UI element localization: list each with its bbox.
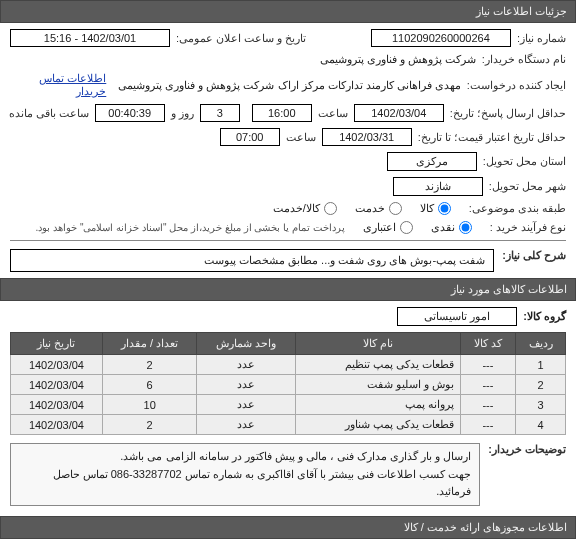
radio-goods-label: کالا	[420, 202, 434, 215]
radio-both[interactable]: کالا/خدمت	[273, 202, 337, 215]
label-valid-deadline: حداقل تاریخ اعتبار قیمت؛ تا تاریخ:	[418, 131, 566, 144]
cell-qty: 6	[102, 375, 197, 395]
section-permits-header: اطلاعات مجوزهای ارائه خدمت / کالا	[0, 516, 576, 539]
cell-date: 1402/03/04	[11, 395, 103, 415]
details-form: شماره نیاز: 1102090260000264 تاریخ و ساع…	[0, 23, 576, 278]
credit-note: پرداخت تمام یا بخشی از مبلغ خرید،از محل …	[36, 222, 345, 233]
cell-qty: 2	[102, 415, 197, 435]
value-buyer-notes: ارسال و بار گذاری مدارک فنی ، مالی و پیش…	[10, 443, 480, 506]
cell-code: ---	[460, 355, 515, 375]
section-items-header: اطلاعات کالاهای مورد نیاز	[0, 278, 576, 301]
radio-credit[interactable]: اعتباری	[363, 221, 413, 234]
cell-name: پروانه پمپ	[295, 395, 460, 415]
col-unit: واحد شمارش	[197, 333, 296, 355]
cell-name: قطعات یدکی پمپ تنظیم	[295, 355, 460, 375]
radio-both-input[interactable]	[324, 202, 337, 215]
value-answer-hour: 16:00	[252, 104, 312, 122]
label-hour-2: ساعت	[286, 131, 316, 144]
radio-goods-input[interactable]	[438, 202, 451, 215]
table-row[interactable]: 4---قطعات یدکی پمپ شناورعدد21402/03/04	[11, 415, 566, 435]
radio-credit-label: اعتباری	[363, 221, 396, 234]
cell-name: قطعات یدکی پمپ شناور	[295, 415, 460, 435]
items-tbody: 1---قطعات یدکی پمپ تنظیمعدد21402/03/042-…	[11, 355, 566, 435]
cell-unit: عدد	[197, 415, 296, 435]
radio-cash[interactable]: نقدی	[431, 221, 472, 234]
value-province: مرکزی	[387, 152, 477, 171]
label-province: استان محل تحویل:	[483, 155, 566, 168]
label-announce-date: تاریخ و ساعت اعلان عمومی:	[176, 32, 306, 45]
cell-row: 1	[516, 355, 566, 375]
cell-row: 4	[516, 415, 566, 435]
table-row[interactable]: 2---بوش و اسلیو شفتعدد61402/03/04	[11, 375, 566, 395]
radio-cash-input[interactable]	[459, 221, 472, 234]
cell-code: ---	[460, 395, 515, 415]
cell-date: 1402/03/04	[11, 355, 103, 375]
col-name: نام کالا	[295, 333, 460, 355]
label-process: نوع فرآیند خرید :	[490, 221, 566, 234]
cell-unit: عدد	[197, 355, 296, 375]
items-table: ردیف کد کالا نام کالا واحد شمارش تعداد /…	[10, 332, 566, 435]
label-goods-group: گروه کالا:	[523, 310, 566, 323]
items-area: گروه کالا: امور تاسیساتی ردیف کد کالا نا…	[0, 301, 576, 516]
cell-qty: 10	[102, 395, 197, 415]
buyer-contact-link[interactable]: اطلاعات تماس خریدار	[10, 72, 106, 98]
value-announce-date: 1402/03/01 - 15:16	[10, 29, 170, 47]
radio-service-label: خدمت	[355, 202, 385, 215]
value-valid-date: 1402/03/31	[322, 128, 412, 146]
cell-row: 3	[516, 395, 566, 415]
label-answer-deadline: حداقل ارسال پاسخ؛ تاریخ:	[450, 107, 566, 120]
col-date: تاریخ نیاز	[11, 333, 103, 355]
cell-unit: عدد	[197, 395, 296, 415]
radio-service-input[interactable]	[389, 202, 402, 215]
label-city: شهر محل تحویل:	[489, 180, 566, 193]
value-city: شازند	[393, 177, 483, 196]
col-row: ردیف	[516, 333, 566, 355]
cell-name: بوش و اسلیو شفت	[295, 375, 460, 395]
label-creator: ایجاد کننده درخواست:	[467, 79, 566, 92]
label-remaining: ساعت باقی مانده	[9, 107, 89, 120]
col-qty: تعداد / مقدار	[102, 333, 197, 355]
radio-goods[interactable]: کالا	[420, 202, 451, 215]
cell-date: 1402/03/04	[11, 375, 103, 395]
radio-cash-label: نقدی	[431, 221, 455, 234]
value-days-remaining: 3	[200, 104, 240, 122]
value-valid-hour: 07:00	[220, 128, 280, 146]
divider-1	[10, 240, 566, 241]
radio-credit-input[interactable]	[400, 221, 413, 234]
table-row[interactable]: 1---قطعات یدکی پمپ تنظیمعدد21402/03/04	[11, 355, 566, 375]
label-hour-1: ساعت	[318, 107, 348, 120]
radio-service[interactable]: خدمت	[355, 202, 402, 215]
table-row[interactable]: 3---پروانه پمپعدد101402/03/04	[11, 395, 566, 415]
label-need-title: شرح کلی نیاز:	[502, 249, 566, 262]
value-answer-date: 1402/03/04	[354, 104, 444, 122]
value-buyer-org: شرکت پژوهش و فناوری پتروشیمی	[320, 53, 476, 66]
value-need-title: شفت پمپ-بوش های روی شفت و... مطابق مشخصا…	[10, 249, 494, 272]
label-buyer-org: نام دستگاه خریدار:	[482, 53, 566, 66]
cell-qty: 2	[102, 355, 197, 375]
cell-code: ---	[460, 415, 515, 435]
cell-code: ---	[460, 375, 515, 395]
cell-date: 1402/03/04	[11, 415, 103, 435]
label-need-number: شماره نیاز:	[517, 32, 566, 45]
col-code: کد کالا	[460, 333, 515, 355]
value-need-number: 1102090260000264	[371, 29, 511, 47]
radio-both-label: کالا/خدمت	[273, 202, 320, 215]
cell-unit: عدد	[197, 375, 296, 395]
value-countdown: 00:40:39	[95, 104, 165, 122]
value-goods-group: امور تاسیساتی	[397, 307, 517, 326]
section-details-header: جزئیات اطلاعات نیاز	[0, 0, 576, 23]
value-creator: مهدی فراهانی کارمند تدارکات مرکز اراک شر…	[118, 79, 461, 92]
label-buyer-notes: توضیحات خریدار:	[488, 443, 566, 456]
cell-row: 2	[516, 375, 566, 395]
label-day-and: روز و	[171, 107, 194, 120]
label-category: طبقه بندی موضوعی:	[469, 202, 566, 215]
